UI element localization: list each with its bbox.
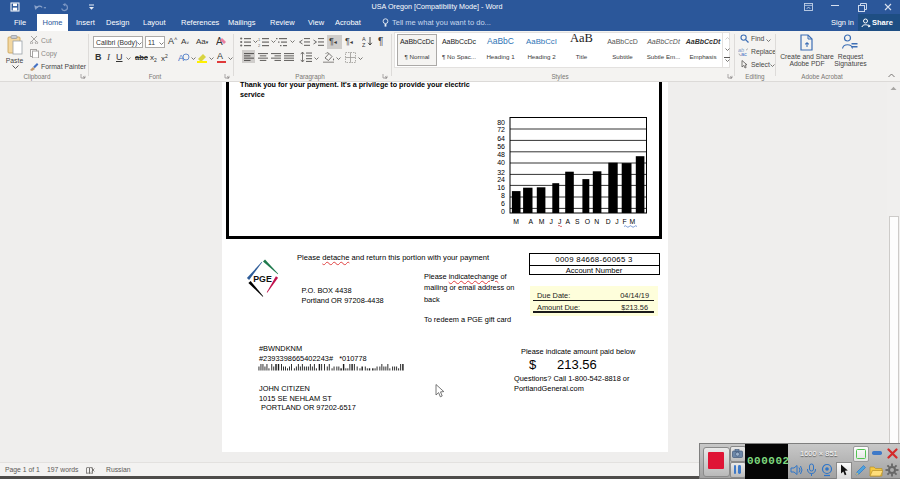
- svg-text:S: S: [575, 218, 580, 225]
- svg-text:J: J: [558, 218, 561, 225]
- svg-text:1: 1: [258, 37, 261, 42]
- svg-text:A: A: [529, 218, 534, 225]
- svg-text:2: 2: [258, 43, 261, 47]
- svg-text:8: 8: [501, 192, 505, 199]
- svg-text:N: N: [594, 218, 599, 225]
- svg-text:Z: Z: [362, 42, 366, 47]
- svg-text:J: J: [615, 218, 618, 225]
- svg-text:PGE: PGE: [253, 274, 272, 284]
- svg-text:64: 64: [497, 135, 505, 142]
- svg-text:56: 56: [497, 143, 505, 150]
- svg-text:32: 32: [497, 169, 505, 176]
- svg-text:F: F: [623, 218, 627, 225]
- svg-text:J: J: [549, 218, 552, 225]
- svg-text:M: M: [513, 218, 519, 225]
- svg-text:D: D: [606, 218, 611, 225]
- svg-text:M: M: [539, 218, 545, 225]
- svg-text:ac: ac: [741, 51, 747, 56]
- svg-text:O: O: [585, 218, 590, 225]
- svg-text:0: 0: [501, 208, 505, 215]
- svg-text:80: 80: [497, 119, 505, 126]
- svg-text:24: 24: [497, 176, 505, 183]
- svg-text:72: 72: [497, 126, 505, 133]
- svg-text:M: M: [630, 218, 636, 225]
- svg-text:6: 6: [501, 200, 505, 207]
- svg-text:40: 40: [497, 159, 505, 166]
- svg-text:48: 48: [497, 151, 505, 158]
- svg-text:16: 16: [497, 184, 505, 191]
- svg-text:A: A: [566, 218, 571, 225]
